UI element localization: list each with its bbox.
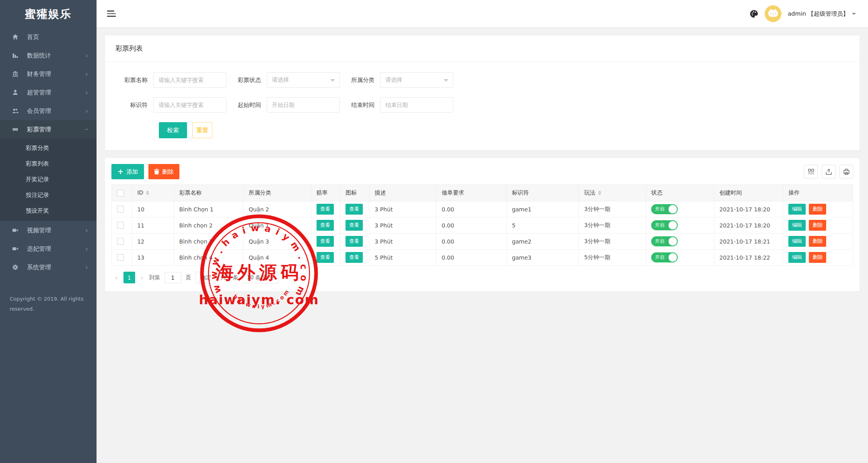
cell-order-req: 0.00 (436, 250, 507, 266)
view-odds-button[interactable]: 查看 (317, 252, 334, 262)
prev-page-button[interactable]: ‹ (114, 274, 119, 282)
sidebar-item-label: 首页 (27, 33, 39, 41)
status-toggle[interactable]: 开启 (651, 236, 678, 246)
sidebar-item-finance[interactable]: 财务管理 › (0, 65, 97, 83)
chevron-right-icon: › (86, 51, 88, 59)
content: 彩票列表 彩票名称 彩票状态 请选择 (97, 28, 868, 463)
page-title: 彩票列表 (105, 35, 860, 62)
toggle-knob (668, 253, 677, 262)
sidebar-item-system[interactable]: 系统管理 › (0, 258, 97, 277)
bulk-delete-button[interactable]: 删除 (148, 164, 179, 179)
status-toggle[interactable]: 开启 (651, 220, 678, 230)
row-checkbox[interactable] (117, 238, 124, 245)
lottery-status-label: 彩票状态 (230, 76, 267, 84)
select-caret-icon (330, 79, 335, 84)
trash-icon (154, 169, 159, 174)
reset-button[interactable]: 重置 (192, 122, 212, 138)
user-label: admin 【超级管理员】 (788, 10, 849, 18)
submenu-item-lottery-list[interactable]: 彩票列表 (0, 156, 97, 172)
delete-button[interactable]: 删除 (809, 252, 826, 262)
row-checkbox[interactable] (117, 254, 124, 261)
select-all-checkbox[interactable] (117, 190, 124, 197)
delete-button[interactable]: 删除 (809, 220, 826, 230)
sidebar-item-home[interactable]: 首页 (0, 28, 97, 46)
goto-page-input[interactable] (165, 272, 181, 283)
delete-button[interactable]: 删除 (809, 236, 826, 246)
cell-id: 11 (132, 217, 174, 234)
sidebar-item-admins[interactable]: 超管管理 › (0, 83, 97, 102)
edit-button[interactable]: 编辑 (788, 236, 806, 246)
video-camera-icon (12, 246, 20, 252)
sidebar-item-video[interactable]: 视频管理 › (0, 221, 97, 240)
submenu-item-lottery-category[interactable]: 彩票分类 (0, 140, 97, 156)
sidebar-item-statistics[interactable]: 数据统计 › (0, 46, 97, 65)
submenu-item-draw-records[interactable]: 开奖记录 (0, 172, 97, 187)
total-count: 共 4 条 (220, 274, 238, 281)
cell-created: 2021-10-17 18:22 (714, 250, 783, 266)
cell-identifier: game1 (506, 201, 579, 217)
topbar: admin 【超级管理员】 (97, 0, 868, 28)
edit-button[interactable]: 编辑 (788, 220, 806, 230)
identifier-input[interactable] (153, 97, 226, 113)
view-icon-button[interactable]: 查看 (346, 236, 363, 246)
submenu-item-bet-records[interactable]: 投注记录 (0, 187, 97, 203)
sidebar-item-label: 会员管理 (27, 107, 51, 115)
lottery-submenu: 彩票分类 彩票列表 开奖记录 投注记录 预设开奖 (0, 139, 97, 221)
goto-confirm-button[interactable]: 确定 (195, 272, 216, 283)
cell-order-req: 0.00 (436, 234, 507, 250)
cell-name: Bình chọn 2 (174, 217, 243, 234)
view-odds-button[interactable]: 查看 (317, 204, 334, 214)
print-icon[interactable] (839, 165, 853, 178)
select-caret-icon (444, 79, 448, 84)
cell-id: 10 (132, 201, 174, 217)
plus-icon: + (117, 168, 123, 175)
export-icon[interactable] (822, 165, 835, 178)
table-row: 13 Bình chọn 4 Quận 4 查看 查看 5 Phút 0.00 … (112, 250, 853, 266)
cell-order-req: 0.00 (436, 217, 507, 234)
edit-button[interactable]: 编辑 (788, 252, 806, 262)
delete-button[interactable]: 删除 (809, 204, 826, 214)
sidebar-item-members[interactable]: 会员管理 › (0, 102, 97, 120)
chevron-right-icon: › (86, 88, 88, 96)
theme-palette-icon[interactable] (749, 9, 759, 18)
view-icon-button[interactable]: 查看 (346, 252, 363, 262)
search-button[interactable]: 检索 (159, 122, 187, 138)
sidebar-item-label: 视频管理 (27, 227, 51, 234)
filter-form: 彩票名称 彩票状态 请选择 所属分类 (105, 62, 860, 150)
caret-down-icon (852, 13, 856, 17)
table-toolbar: + 添加 删除 (111, 164, 853, 179)
edit-button[interactable]: 编辑 (788, 204, 806, 214)
sidebar-item-lottery[interactable]: 彩票管理 › (0, 120, 97, 139)
chevron-right-icon: › (86, 107, 88, 115)
sort-icon[interactable] (598, 189, 601, 197)
lottery-name-input[interactable] (153, 72, 226, 88)
start-date-input[interactable] (267, 97, 340, 113)
next-page-button[interactable]: › (140, 274, 145, 282)
avatar[interactable] (765, 5, 782, 22)
lottery-status-select[interactable]: 请选择 (267, 72, 340, 88)
filter-columns-icon[interactable] (804, 165, 818, 178)
sort-icon[interactable] (146, 189, 149, 197)
main-area: admin 【超级管理员】 彩票列表 彩票名称 彩票状态 (97, 0, 868, 463)
chevron-right-icon: › (86, 226, 88, 234)
add-button[interactable]: + 添加 (111, 164, 144, 179)
status-toggle[interactable]: 开启 (651, 204, 678, 214)
per-page-select[interactable]: 10 条/页 (243, 272, 279, 283)
row-checkbox[interactable] (117, 222, 124, 229)
view-odds-button[interactable]: 查看 (317, 220, 334, 230)
page-number-active[interactable]: 1 (123, 272, 135, 283)
select-caret-icon (271, 277, 275, 281)
cell-name: Bình chọn 3 (174, 234, 243, 250)
row-checkbox[interactable] (117, 206, 124, 213)
submenu-item-preset-draw[interactable]: 预设开奖 (0, 203, 97, 219)
category-select[interactable]: 请选择 (380, 72, 453, 88)
status-toggle[interactable]: 开启 (651, 252, 678, 262)
col-category: 所属分类 (243, 185, 311, 201)
end-date-input[interactable] (380, 97, 453, 113)
menu-toggle-icon[interactable] (107, 9, 116, 18)
user-menu[interactable]: admin 【超级管理员】 (788, 10, 856, 18)
sidebar-item-xuanfei[interactable]: 选妃管理 › (0, 240, 97, 258)
view-icon-button[interactable]: 查看 (346, 220, 363, 230)
view-odds-button[interactable]: 查看 (317, 236, 334, 246)
view-icon-button[interactable]: 查看 (346, 204, 363, 214)
